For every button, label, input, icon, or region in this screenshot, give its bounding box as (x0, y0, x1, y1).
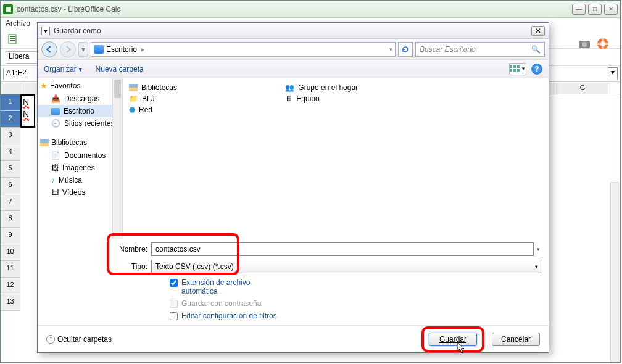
refresh-button[interactable] (398, 42, 413, 57)
new-folder-button[interactable]: Nueva carpeta (96, 65, 144, 73)
save-button[interactable]: Guardar (429, 333, 477, 346)
dialog-close-button[interactable]: ✕ (531, 26, 545, 36)
libraries-icon (129, 84, 138, 91)
nav-forward-button[interactable] (60, 41, 76, 57)
window-title: contactos.csv - LibreOffice Calc (17, 5, 572, 14)
row-header-7[interactable]: 7 (1, 194, 20, 211)
row-header-3[interactable]: 3 (1, 128, 20, 144)
sidebar-videos[interactable]: 🎞 Vídeos (38, 186, 122, 199)
row-header-8[interactable]: 8 (1, 211, 20, 228)
select-all-corner[interactable] (1, 83, 20, 94)
row-header-2[interactable]: 2 (1, 111, 20, 128)
svg-rect-11 (513, 65, 516, 68)
search-icon: 🔍 (531, 45, 541, 54)
svg-rect-0 (9, 35, 16, 44)
row-header-4[interactable]: 4 (1, 144, 20, 161)
row-header-6[interactable]: 6 (1, 178, 20, 194)
libraries-icon (40, 139, 49, 146)
cancel-button[interactable]: Cancelar (492, 333, 540, 346)
highlight-annotation-save: Guardar (421, 326, 484, 352)
vertical-scrollbar[interactable] (610, 182, 619, 362)
svg-rect-15 (517, 69, 520, 72)
sidebar-music[interactable]: ♪ Música (38, 174, 122, 186)
calc-app-icon: ▦ (3, 4, 13, 14)
sidebar-documents[interactable]: 📄 Documentos (38, 149, 122, 162)
row-header-10[interactable]: 10 (1, 244, 20, 261)
videos-icon: 🎞 (51, 188, 59, 197)
minimize-button[interactable]: — (572, 4, 586, 15)
computer-icon: 🖥 (285, 94, 292, 103)
file-list-pane[interactable]: Bibliotecas 📁BLJ ⬣Red 👥Grupo en el hogar… (123, 78, 549, 239)
view-mode-button[interactable]: ▼ (509, 63, 526, 75)
filename-dropdown-icon[interactable]: ▾ (534, 246, 542, 252)
filename-input[interactable] (151, 242, 534, 256)
file-item-red[interactable]: ⬣Red (129, 104, 283, 115)
cell-a2[interactable]: N (22, 108, 34, 120)
selected-cells[interactable]: N N (20, 94, 35, 128)
file-item-blj[interactable]: 📁BLJ (129, 93, 283, 104)
svg-rect-1 (10, 36, 15, 37)
row-header-12[interactable]: 12 (1, 278, 20, 294)
help-lifesaver-icon[interactable] (597, 38, 609, 50)
location-breadcrumb[interactable]: Escritorio ▸ ▾ (91, 42, 396, 57)
sidebar-scrollbar[interactable] (112, 78, 122, 239)
row-header-11[interactable]: 11 (1, 261, 20, 278)
camera-icon[interactable] (578, 38, 591, 50)
file-item-homegroup[interactable]: 👥Grupo en el hogar (285, 82, 439, 93)
filetype-label: Tipo: (112, 262, 147, 271)
help-button[interactable]: ? (531, 64, 542, 75)
chevron-up-icon: ˄ (46, 335, 55, 344)
nav-back-button[interactable] (41, 41, 57, 57)
breadcrumb-text: Escritorio (106, 45, 137, 54)
file-item-computer[interactable]: 🖥Equipo (285, 93, 439, 104)
row-header-1[interactable]: 1 (1, 94, 20, 111)
organize-menu[interactable]: Organizar▼ (44, 65, 83, 73)
breadcrumb-chevron-icon[interactable]: ▸ (141, 45, 144, 54)
svg-rect-13 (510, 69, 512, 72)
folder-icon: 📁 (129, 94, 138, 103)
dialog-system-icon: ▾ (41, 27, 50, 35)
images-icon: 🖼 (51, 163, 59, 172)
recent-icon: 🕘 (51, 119, 60, 128)
row-header-13[interactable]: 13 (1, 294, 20, 311)
filter-settings-checkbox[interactable] (170, 312, 178, 320)
auto-extension-checkbox[interactable] (170, 279, 178, 287)
breadcrumb-dropdown-icon[interactable]: ▾ (389, 46, 392, 52)
nav-history-dropdown[interactable]: ▾ (78, 42, 88, 57)
favorites-section[interactable]: ★ Favoritos (38, 78, 122, 93)
sidebar-images[interactable]: 🖼 Imágenes (38, 162, 122, 174)
svg-rect-12 (517, 65, 520, 68)
hide-folders-toggle[interactable]: ˄ Ocultar carpetas (46, 335, 112, 344)
file-item-bibliotecas[interactable]: Bibliotecas (129, 82, 283, 93)
menu-file[interactable]: Archivo (6, 19, 30, 28)
desktop-location-icon (94, 45, 104, 54)
sidebar-desktop[interactable]: Escritorio (38, 105, 122, 117)
row-header-5[interactable]: 5 (1, 161, 20, 178)
libraries-section[interactable]: Bibliotecas (38, 136, 122, 149)
svg-rect-9 (597, 43, 609, 45)
cell-a1[interactable]: N (22, 96, 34, 108)
network-icon: ⬣ (129, 105, 135, 114)
maximize-button[interactable]: □ (588, 4, 602, 15)
main-titlebar: ▦ contactos.csv - LibreOffice Calc — □ ✕ (1, 1, 620, 18)
save-as-dialog: ▾ Guardar como ✕ ▾ Escritorio ▸ ▾ Buscar… (37, 22, 549, 353)
search-input[interactable]: Buscar Escritorio 🔍 (415, 42, 545, 57)
filter-settings-checkbox-row[interactable]: Editar configuración de filtros (170, 312, 281, 320)
close-button[interactable]: ✕ (604, 4, 618, 15)
password-label: Guardar con contraseña (181, 299, 261, 308)
sidebar-toggle[interactable]: ▾ (608, 67, 618, 77)
search-placeholder: Buscar Escritorio (420, 45, 476, 54)
row-header-9[interactable]: 9 (1, 228, 20, 244)
filetype-combo[interactable]: Texto CSV (.csv) (*.csv) ▾ (151, 260, 542, 273)
password-checkbox (170, 300, 178, 308)
desktop-folder-icon (51, 108, 60, 115)
sidebar-recent[interactable]: 🕘 Sitios recientes (38, 117, 122, 130)
folder-tree-sidebar: ★ Favoritos 📥 Descargas Escritorio 🕘 Sit… (38, 78, 123, 239)
star-icon: ★ (40, 81, 48, 90)
col-header-g[interactable]: G (557, 83, 608, 94)
dialog-nav-row: ▾ Escritorio ▸ ▾ Buscar Escritorio 🔍 (38, 39, 549, 60)
new-doc-icon[interactable] (7, 33, 19, 46)
sidebar-downloads[interactable]: 📥 Descargas (38, 93, 122, 105)
filter-settings-label: Editar configuración de filtros (181, 312, 277, 320)
auto-extension-checkbox-row[interactable]: Extensión de archivo automática (170, 278, 281, 296)
